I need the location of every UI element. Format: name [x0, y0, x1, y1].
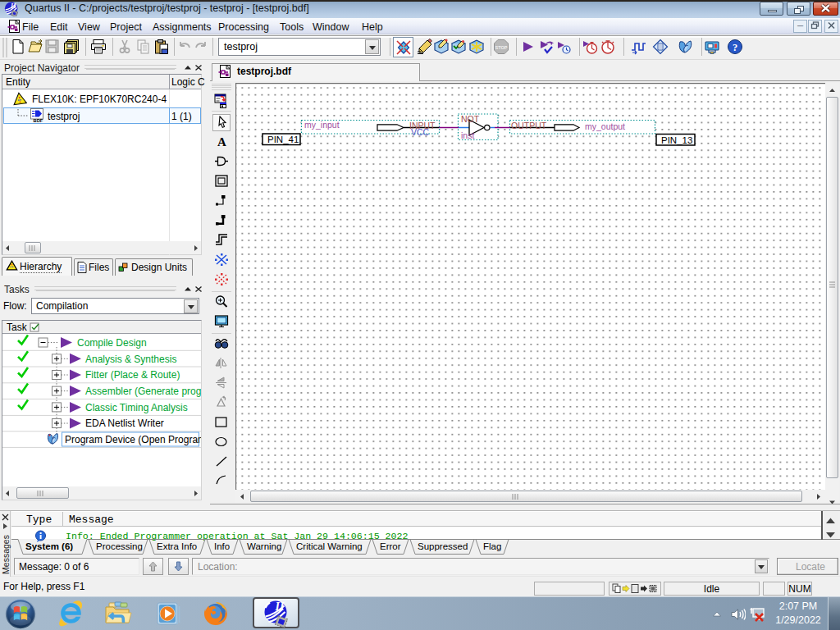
svg-text:EDA Netlist Writer: EDA Netlist Writer: [85, 418, 164, 429]
svg-text:Assembler (Generate programm: Assembler (Generate programm: [85, 386, 201, 397]
svg-text:NOT: NOT: [461, 114, 480, 124]
svg-text:A: A: [217, 135, 226, 148]
svg-text:my_output: my_output: [585, 121, 625, 131]
svg-text:Processing: Processing: [96, 541, 143, 551]
svg-text:my_input: my_input: [304, 120, 340, 130]
svg-text:Extra Info: Extra Info: [157, 541, 197, 551]
svg-text:II: II: [10, 2, 16, 10]
svg-text:PIN_41: PIN_41: [267, 135, 299, 144]
svg-text:STOP: STOP: [495, 45, 507, 50]
svg-text:OUTPUT: OUTPUT: [511, 121, 547, 130]
svg-text:Compile Design: Compile Design: [77, 337, 147, 349]
svg-text:System (6): System (6): [25, 541, 73, 551]
svg-text:Error: Error: [380, 541, 401, 551]
svg-text:II: II: [275, 600, 285, 613]
svg-text:Fitter (Place & Route): Fitter (Place & Route): [85, 369, 180, 381]
svg-text:Analysis & Synthesis: Analysis & Synthesis: [85, 354, 176, 365]
svg-text:?: ?: [733, 42, 737, 53]
svg-text:inst: inst: [461, 130, 474, 140]
svg-text:Critical Warning: Critical Warning: [296, 541, 363, 551]
svg-text:Warning: Warning: [247, 541, 281, 551]
svg-text:Program Device (Open Programme: Program Device (Open Programme: [65, 434, 201, 445]
svg-text:VCC: VCC: [411, 127, 430, 137]
svg-text:PIN_13: PIN_13: [661, 135, 692, 145]
svg-text:Flag: Flag: [483, 541, 501, 551]
svg-text:Info: Info: [214, 541, 230, 551]
svg-text:BDF: BDF: [34, 118, 43, 122]
svg-text:Classic Timing Analysis: Classic Timing Analysis: [85, 402, 188, 413]
svg-text:Suppressed: Suppressed: [418, 541, 468, 551]
